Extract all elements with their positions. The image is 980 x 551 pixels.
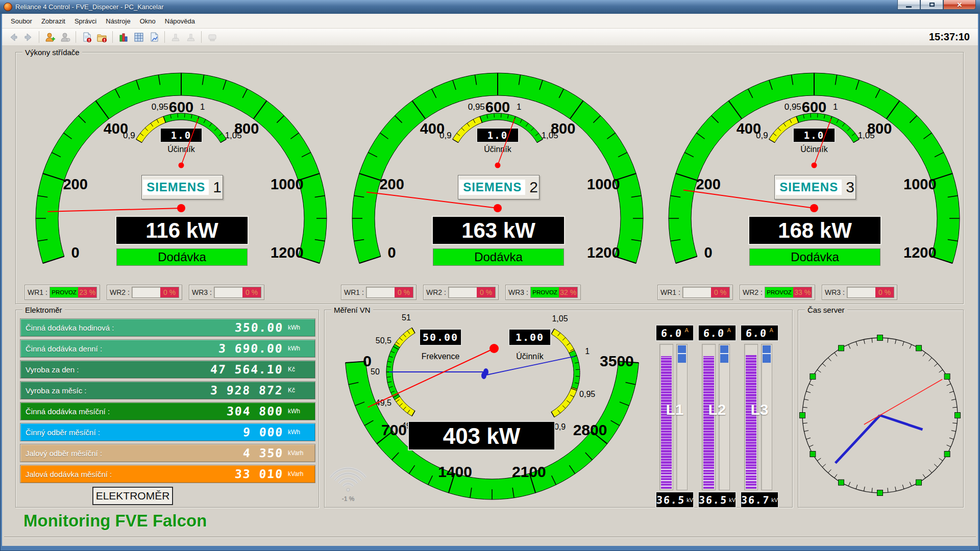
elektromer-row: Jalová dodávka měsíční :33 010kVarh: [20, 465, 315, 483]
report-icon[interactable]: [147, 30, 161, 44]
window-title: Reliance 4 Control - FVE_Dispecer - PC_K…: [15, 3, 163, 11]
svg-text:0,95: 0,95: [579, 390, 595, 398]
svg-text:200: 200: [379, 176, 404, 192]
stamp-icon-2[interactable]: [184, 30, 198, 44]
wr-percent: 23 %: [78, 287, 96, 297]
elektromer-row: Činná dodávka měsíční :304 800kWh: [20, 402, 315, 420]
wr-label: WR3 :: [192, 288, 212, 296]
server-clock-text: 15:37:10: [929, 31, 970, 43]
row-unit: Kč: [283, 387, 310, 394]
phase-label: L2: [698, 401, 737, 418]
toolbar-separator: [164, 31, 165, 43]
svg-text:1.00: 1.00: [516, 331, 544, 343]
svg-text:50,5: 50,5: [376, 336, 391, 345]
add-user-icon[interactable]: [43, 30, 57, 44]
row-value: 304 800: [226, 405, 284, 418]
svg-text:0: 0: [71, 244, 80, 261]
wr-percent: 32 %: [559, 287, 577, 297]
inverter-2-button[interactable]: SIEMENS 2: [458, 175, 540, 199]
wr-state: [132, 287, 160, 297]
folder-alarm-icon[interactable]: [95, 30, 109, 44]
wr-label: WR3 :: [825, 288, 845, 296]
menu-item-soubor[interactable]: Soubor: [6, 15, 37, 28]
menu-item-okno[interactable]: Okno: [135, 15, 160, 28]
svg-text:1200: 1200: [587, 244, 620, 261]
wr-status-box: WR2 :PROVOZ33 %: [740, 285, 815, 300]
elektromer-table: Činná dodávka hodinová :350.00kWhČinná d…: [20, 318, 315, 486]
svg-text:1200: 1200: [903, 244, 937, 261]
wr-status-box: WR3 :0 %: [822, 285, 897, 300]
row-value: 47 564.10: [210, 363, 283, 376]
wr-field: 0 %: [448, 287, 496, 298]
wr-status-box: WR1 :PROVOZ23 %: [24, 285, 100, 300]
close-button[interactable]: ✕: [943, 0, 976, 10]
wr-state: PROVOZ: [765, 287, 793, 297]
stamp-icon[interactable]: [168, 30, 182, 44]
row-label: Činná dodávka denní :: [26, 344, 102, 353]
svg-text:3500: 3500: [600, 353, 634, 369]
inverter-3-button[interactable]: SIEMENS 3: [774, 175, 856, 199]
svg-text:1200: 1200: [271, 244, 304, 261]
menubar: SouborZobrazitSprávciNástrojeOknoNápověd…: [2, 14, 978, 29]
maximize-button[interactable]: [920, 0, 943, 10]
svg-text:1.0: 1.0: [171, 130, 191, 141]
wr-status-box: WR1 :0 %: [657, 285, 733, 300]
wr-group-3: WR1 :0 %WR2 :PROVOZ33 %WR3 :0 %: [657, 285, 897, 300]
menu-item-nástroje[interactable]: Nástroje: [101, 15, 135, 28]
row-unit: kVarh: [283, 449, 310, 457]
inverter-1-button[interactable]: SIEMENS 1: [141, 175, 223, 199]
row-unit: kWh: [283, 324, 310, 331]
wr-group-2: WR1 :0 %WR2 :0 %WR3 :PROVOZ32 %: [341, 285, 581, 300]
voltage-display: 36.7kV: [740, 491, 779, 508]
svg-text:0,9: 0,9: [756, 131, 768, 140]
row-label: Jalový odběr měsíční :: [26, 449, 102, 458]
current-display: 6.0A: [698, 324, 737, 341]
svg-text:0: 0: [388, 244, 396, 261]
row-unit: Kč: [283, 366, 310, 373]
svg-text:600: 600: [802, 99, 826, 115]
wr-field: PROVOZ32 %: [530, 287, 578, 298]
svg-text:200: 200: [696, 176, 720, 192]
wr-status-box: WR2 :0 %: [423, 285, 499, 300]
inverter-gauge-3: 0200400600800100012000,90,9511,051.0Účin…: [656, 52, 972, 292]
row-value: 33 010: [234, 467, 284, 481]
wr-label: WR2 :: [110, 288, 130, 296]
menu-item-správci[interactable]: Správci: [70, 15, 101, 28]
svg-text:1.0: 1.0: [804, 130, 824, 141]
elektromer-row: Činný odběr měsíční :9 000kWh: [20, 423, 315, 441]
nav-back-icon[interactable]: [6, 30, 20, 44]
inverter-number: 2: [529, 179, 538, 196]
wr-label: WR1 :: [28, 288, 47, 296]
siemens-logo: SIEMENS: [459, 180, 525, 195]
minimize-button[interactable]: [897, 0, 920, 10]
maximize-icon: [929, 3, 935, 7]
svg-text:0,95: 0,95: [468, 102, 485, 112]
group-mereni-vn: Měření VN 070014002100280035004949,55050…: [324, 310, 793, 508]
svg-text:1.0: 1.0: [487, 130, 508, 141]
device-icon[interactable]: [205, 30, 219, 44]
wr-percent: 0 %: [160, 287, 179, 297]
nav-forward-icon[interactable]: [21, 30, 35, 44]
menu-item-zobrazit[interactable]: Zobrazit: [37, 15, 70, 28]
elektromer-button[interactable]: ELEKTROMĚR: [92, 487, 173, 505]
wr-percent: 33 %: [793, 287, 812, 297]
wr-percent: 0 %: [395, 287, 413, 297]
phase-column-l1: 6.0AL136.5kV: [655, 324, 694, 506]
wr-percent: 0 %: [477, 287, 495, 297]
power-display: 116 kW: [116, 217, 248, 244]
svg-text:Účinník: Účinník: [800, 144, 828, 154]
bar-chart-icon[interactable]: [116, 30, 130, 44]
wr-percent: 0 %: [711, 287, 729, 297]
siemens-logo: SIEMENS: [776, 180, 842, 195]
svg-text:0,9: 0,9: [123, 131, 135, 140]
svg-text:1,05: 1,05: [225, 131, 242, 140]
row-label: Vyroba za den :: [26, 365, 79, 374]
wr-percent: 0 %: [875, 287, 894, 297]
data-table-icon[interactable]: [132, 30, 145, 44]
document-alarm-icon[interactable]: [80, 30, 93, 44]
menu-item-nápověda[interactable]: Nápověda: [160, 15, 200, 28]
users-icon[interactable]: [58, 30, 72, 44]
siemens-logo: SIEMENS: [143, 180, 209, 195]
svg-text:0,95: 0,95: [785, 102, 801, 112]
close-icon: ✕: [957, 1, 963, 9]
